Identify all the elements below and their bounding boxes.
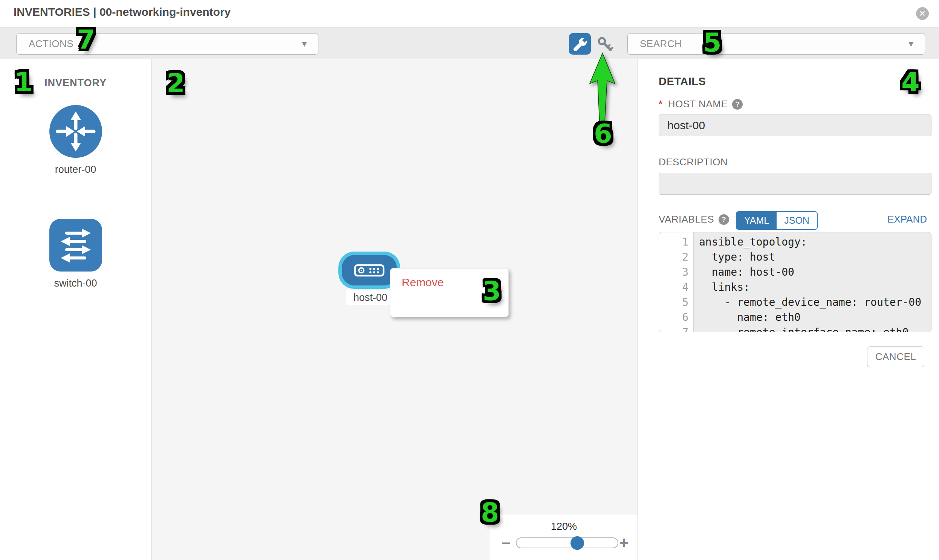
actions-dropdown-label: ACTIONS xyxy=(29,38,300,50)
inventory-sidebar: INVENTORY router-00 xyxy=(0,59,151,560)
editor-line: 5 - remote_device_name: router-00 xyxy=(659,295,931,310)
wrench-icon xyxy=(572,36,588,52)
node-context-menu: Details Remove xyxy=(390,268,509,317)
chevron-down-icon: ▼ xyxy=(300,40,308,49)
required-marker: * xyxy=(658,98,663,110)
zoom-in-button[interactable]: + xyxy=(619,534,629,552)
variables-format-toggle: YAML JSON xyxy=(736,211,818,230)
zoom-level-value: 120% xyxy=(490,521,638,532)
key-button[interactable] xyxy=(595,35,615,54)
cancel-button[interactable]: CANCEL xyxy=(867,346,924,367)
actions-dropdown[interactable]: ACTIONS ▼ xyxy=(16,33,318,55)
close-button[interactable]: ✕ xyxy=(916,7,929,20)
editor-line: 6 name: eth0 xyxy=(659,310,931,325)
page-title: INVENTORIES | 00-networking-inventory xyxy=(14,6,231,18)
palette-item-switch[interactable]: switch-00 xyxy=(0,219,151,289)
search-dropdown-label: SEARCH xyxy=(640,38,907,50)
app-root: { "header": { "title": "INVENTORIES | 00… xyxy=(0,0,939,560)
context-menu-item-remove[interactable]: Remove xyxy=(390,272,508,292)
palette-item-router[interactable]: router-00 xyxy=(0,105,151,175)
tab-json[interactable]: JSON xyxy=(777,212,817,229)
description-label: DESCRIPTION xyxy=(658,156,728,168)
expand-link[interactable]: EXPAND xyxy=(887,214,927,225)
help-icon[interactable]: ? xyxy=(719,214,729,225)
editor-line: 2 type: host xyxy=(659,250,931,265)
help-icon[interactable]: ? xyxy=(732,99,743,109)
chevron-down-icon: ▼ xyxy=(907,40,915,49)
details-title: DETAILS xyxy=(658,75,706,88)
key-icon xyxy=(596,35,615,54)
host-name-label: * HOST NAME ? xyxy=(658,98,743,110)
topology-canvas[interactable]: host-00 Details Remove 120% − + xyxy=(151,59,638,560)
zoom-slider[interactable] xyxy=(516,537,618,548)
editor-line: 3 name: host-00 xyxy=(659,265,931,280)
editor-line: 7 remote_interface_name: eth0 xyxy=(659,325,931,332)
zoom-slider-handle[interactable] xyxy=(570,536,584,550)
variables-label: VARIABLES ? xyxy=(658,214,729,225)
palette-item-label: router-00 xyxy=(0,164,151,175)
toolbar: ACTIONS ▼ SEARCH ▼ xyxy=(0,28,939,59)
tab-yaml[interactable]: YAML xyxy=(737,212,777,229)
zoom-control-panel: 120% − + xyxy=(490,515,638,560)
sidebar-title: INVENTORY xyxy=(0,77,151,89)
variables-editor[interactable]: 1 ansible_topology: 2 type: host 3 name:… xyxy=(658,232,931,332)
search-dropdown[interactable]: SEARCH ▼ xyxy=(628,33,925,55)
editor-line: 4 links: xyxy=(659,280,931,295)
palette-item-label: switch-00 xyxy=(0,278,151,289)
editor-rows: 1 ansible_topology: 2 type: host 3 name:… xyxy=(659,235,931,332)
editor-line: 1 ansible_topology: xyxy=(659,235,931,250)
header: INVENTORIES | 00-networking-inventory ✕ xyxy=(0,0,939,28)
server-icon xyxy=(353,262,385,279)
host-node-body xyxy=(342,255,397,285)
description-input[interactable] xyxy=(658,173,931,195)
details-panel: DETAILS * HOST NAME ? DESCRIPTION VARIAB… xyxy=(638,59,939,560)
toolbox-button[interactable] xyxy=(569,33,591,55)
host-node-label: host-00 xyxy=(346,290,395,305)
router-icon xyxy=(49,105,102,158)
close-icon: ✕ xyxy=(919,9,926,18)
zoom-out-button[interactable]: − xyxy=(501,535,510,552)
switch-icon xyxy=(49,219,102,272)
host-name-input[interactable] xyxy=(658,114,931,136)
